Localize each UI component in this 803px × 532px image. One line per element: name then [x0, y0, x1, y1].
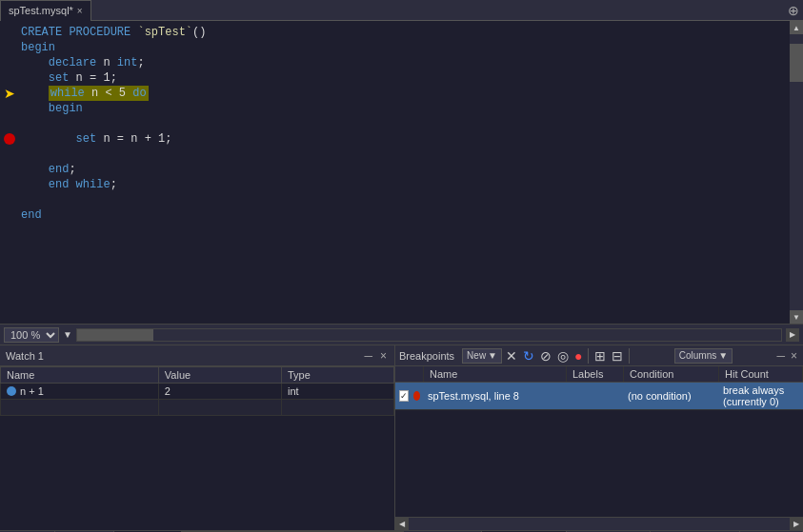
- bp-col-name: Name: [424, 366, 567, 382]
- gutter-line-7: [3, 116, 16, 131]
- bp-title: Breakpoints: [399, 350, 454, 362]
- current-line-arrow: ➤: [3, 86, 16, 101]
- editor-vscrollbar[interactable]: ▲ ▼: [790, 21, 803, 324]
- bp-row-condition: (no condition): [624, 388, 719, 404]
- bp-table-header: Name Labels Condition Hit Count: [395, 366, 803, 383]
- editor-hscrollbar[interactable]: [76, 328, 782, 342]
- bp-icon2[interactable]: ●: [572, 348, 584, 364]
- bp-toolbar: Breakpoints New ▼ ✕ ↻ ⊘ ◎ ● ⊞ ⊟ Columns …: [395, 345, 803, 366]
- bp-new-btn[interactable]: New ▼: [462, 348, 502, 364]
- bp-checkbox[interactable]: ✓: [399, 390, 409, 402]
- watch-pin-btn[interactable]: ─: [362, 349, 374, 363]
- editor-tab[interactable]: spTest.mysql* ×: [0, 0, 91, 21]
- bp-scroll-left[interactable]: ◀: [395, 518, 409, 531]
- bp-delete-btn[interactable]: ✕: [504, 348, 519, 364]
- bp-icon3[interactable]: ⊟: [610, 348, 625, 364]
- watch-value-cell: 2: [158, 384, 281, 400]
- bp-sep2: [629, 348, 630, 364]
- watch-panel-title: Watch 1: [6, 350, 44, 362]
- bp-row-1[interactable]: ✓ spTest.mysql, line 8 (no condition) br…: [395, 383, 803, 410]
- bp-col-hitcount: Hit Count: [719, 366, 803, 382]
- hscrollbar-right-btn[interactable]: ▶: [786, 328, 799, 342]
- tab-label: spTest.mysql*: [9, 5, 73, 16]
- gutter-line-4: [3, 70, 16, 86]
- editor-area: ➤ CREATE PROCEDURE `spTest`() begin decl…: [0, 21, 803, 324]
- watch-panel-header: Watch 1 ─ ×: [0, 345, 394, 366]
- bp-scroll-right[interactable]: ▶: [790, 518, 803, 531]
- watch-panel: Watch 1 ─ × Name Value Type: [0, 345, 395, 530]
- gutter-line-3: [3, 55, 16, 70]
- bp-panel-title: Breakpoints: [399, 350, 460, 362]
- watch-col-type: Type: [281, 367, 393, 384]
- editor-gutter: ➤: [0, 21, 19, 324]
- watch-col-name: Name: [1, 367, 159, 384]
- bp-columns-arrow: ▼: [718, 350, 728, 361]
- bp-row-hitcount: break always (currently 0): [719, 383, 803, 409]
- watch-table: Name Value Type n + 1 2: [0, 366, 394, 530]
- bp-go-btn[interactable]: ↻: [521, 348, 536, 364]
- watch-row-1: n + 1 2 int: [1, 384, 394, 400]
- gutter-line-6: [3, 101, 16, 116]
- gutter-line-8[interactable]: [3, 131, 16, 147]
- code-editor[interactable]: CREATE PROCEDURE `spTest`() begin declar…: [19, 21, 790, 324]
- bottom-panels: Watch 1 ─ × Name Value Type: [0, 345, 803, 530]
- bp-columns-btn[interactable]: Columns ▼: [674, 348, 733, 364]
- bp-new-label: New: [467, 350, 486, 361]
- bp-new-arrow: ▼: [488, 350, 497, 361]
- watch-name-value: n + 1: [20, 385, 44, 397]
- bp-col-check: [395, 366, 424, 382]
- bp-pin-btn[interactable]: ─: [774, 349, 787, 363]
- bp-active-dot: [413, 391, 420, 401]
- scrollbar-thumb[interactable]: [790, 44, 803, 82]
- breakpoint-marker[interactable]: [4, 133, 15, 145]
- watch-close-btn[interactable]: ×: [378, 349, 389, 363]
- bp-empty-space: [395, 410, 803, 517]
- breakpoints-panel: Breakpoints New ▼ ✕ ↻ ⊘ ◎ ● ⊞ ⊟ Columns …: [395, 345, 803, 530]
- bp-icon1[interactable]: ◎: [555, 348, 571, 364]
- zoom-dropdown-arrow[interactable]: ▼: [63, 329, 72, 340]
- pin-btn[interactable]: ⊕: [784, 3, 803, 18]
- bp-row-name: spTest.mysql, line 8: [424, 388, 567, 404]
- bp-row-checkbox-cell[interactable]: ✓: [395, 388, 424, 404]
- bp-col-labels: Labels: [567, 366, 624, 382]
- bp-columns-label: Columns: [679, 350, 716, 361]
- bp-disable-btn[interactable]: ⊘: [538, 348, 553, 364]
- gutter-line-1: [3, 25, 16, 40]
- scrollbar-up-btn[interactable]: ▲: [790, 21, 803, 34]
- gutter-line-2: [3, 40, 16, 55]
- tab-close-btn[interactable]: ×: [77, 6, 83, 16]
- editor-footer: 100 % 75 % 150 % ▼ ▶: [0, 324, 803, 345]
- watch-col-value: Value: [158, 367, 281, 384]
- bp-hscrollbar[interactable]: ◀ ▶: [395, 517, 803, 530]
- bp-col-condition: Condition: [624, 366, 719, 382]
- watch-type-cell: int: [281, 384, 393, 400]
- bp-goto-src-btn[interactable]: ⊞: [592, 348, 608, 364]
- bp-row-labels: [567, 394, 624, 398]
- scrollbar-down-btn[interactable]: ▼: [790, 310, 803, 324]
- bp-sep1: [588, 348, 589, 364]
- zoom-select[interactable]: 100 % 75 % 150 %: [4, 327, 59, 343]
- watch-dot-icon: [7, 386, 16, 396]
- watch-name-cell: n + 1: [1, 384, 159, 400]
- scrollbar-track[interactable]: [790, 34, 803, 310]
- bp-checkmark-icon: ✓: [400, 391, 408, 401]
- watch-row-empty[interactable]: [1, 400, 394, 416]
- bp-close-btn[interactable]: ×: [789, 349, 799, 363]
- tab-bar: spTest.mysql* × ⊕: [0, 0, 803, 21]
